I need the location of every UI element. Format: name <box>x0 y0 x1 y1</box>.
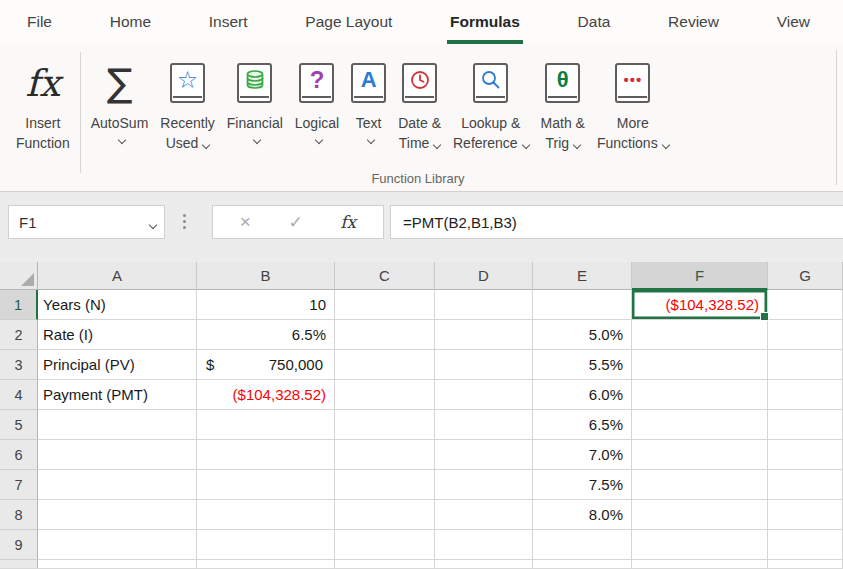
cell-D2[interactable] <box>435 320 533 350</box>
row-header-3[interactable]: 3 <box>0 350 38 380</box>
cell-C1[interactable] <box>335 290 435 320</box>
row-header-9[interactable]: 9 <box>0 530 38 560</box>
cell-E5[interactable]: 6.5% <box>533 410 632 440</box>
chevron-down-icon[interactable] <box>145 214 156 231</box>
cell-C5[interactable] <box>335 410 435 440</box>
cell-D7[interactable] <box>435 470 533 500</box>
cell-D1[interactable] <box>435 290 533 320</box>
cell-C6[interactable] <box>335 440 435 470</box>
cell-partial[interactable] <box>197 560 335 569</box>
cell-A4[interactable]: Payment (PMT) <box>38 380 197 410</box>
row-header-7[interactable]: 7 <box>0 470 38 500</box>
column-header-g[interactable]: G <box>768 262 843 290</box>
formula-input[interactable]: =PMT(B2,B1,B3) <box>390 205 843 239</box>
insert-function-fx-button[interactable]: fx <box>340 212 356 232</box>
insert-function-button[interactable]: fx Insert Function <box>10 52 76 153</box>
row-header-4[interactable]: 4 <box>0 380 38 410</box>
cell-D3[interactable] <box>435 350 533 380</box>
cell-A8[interactable] <box>38 500 197 530</box>
recently-used-button[interactable]: ☆ Recently Used <box>154 52 220 153</box>
row-header-1[interactable]: 1 <box>0 290 38 320</box>
cell-F2[interactable] <box>632 320 768 350</box>
cell-E4[interactable]: 6.0% <box>533 380 632 410</box>
cell-B3[interactable]: $750,000 <box>197 350 335 380</box>
cell-G8[interactable] <box>768 500 843 530</box>
cell-D9[interactable] <box>435 530 533 560</box>
cell-B5[interactable] <box>197 410 335 440</box>
cell-E3[interactable]: 5.5% <box>533 350 632 380</box>
cell-C7[interactable] <box>335 470 435 500</box>
cell-B4[interactable]: ($104,328.52) <box>197 380 335 410</box>
cell-F9[interactable] <box>632 530 768 560</box>
cell-C4[interactable] <box>335 380 435 410</box>
date-time-button[interactable]: Date & Time <box>392 52 447 153</box>
cell-F8[interactable] <box>632 500 768 530</box>
cell-F1[interactable]: ($104,328.52) <box>632 290 768 320</box>
tab-file[interactable]: File <box>24 0 55 44</box>
cell-G4[interactable] <box>768 380 843 410</box>
cell-B9[interactable] <box>197 530 335 560</box>
cell-B1[interactable]: 10 <box>197 290 335 320</box>
cell-G6[interactable] <box>768 440 843 470</box>
cell-B2[interactable]: 6.5% <box>197 320 335 350</box>
tab-review[interactable]: Review <box>665 0 722 44</box>
row-header-partial[interactable] <box>0 560 38 569</box>
row-header-2[interactable]: 2 <box>0 320 38 350</box>
text-button[interactable]: A Text <box>345 52 392 148</box>
tab-formulas[interactable]: Formulas <box>447 0 523 44</box>
cell-A6[interactable] <box>38 440 197 470</box>
cell-partial[interactable] <box>435 560 533 569</box>
tab-home[interactable]: Home <box>107 0 154 44</box>
row-header-6[interactable]: 6 <box>0 440 38 470</box>
more-functions-button[interactable]: ••• More Functions <box>591 52 675 153</box>
cell-F5[interactable] <box>632 410 768 440</box>
cell-A5[interactable] <box>38 410 197 440</box>
cell-A9[interactable] <box>38 530 197 560</box>
column-header-a[interactable]: A <box>38 262 197 290</box>
cell-partial[interactable] <box>533 560 632 569</box>
cell-partial[interactable] <box>768 560 843 569</box>
cell-E9[interactable] <box>533 530 632 560</box>
name-box[interactable]: F1 <box>8 205 165 239</box>
cell-B8[interactable] <box>197 500 335 530</box>
enter-button[interactable]: ✓ <box>288 212 302 233</box>
row-header-5[interactable]: 5 <box>0 410 38 440</box>
column-header-e[interactable]: E <box>533 262 632 290</box>
cell-F4[interactable] <box>632 380 768 410</box>
cell-F3[interactable] <box>632 350 768 380</box>
cell-E6[interactable]: 7.0% <box>533 440 632 470</box>
autosum-button[interactable]: ∑ AutoSum <box>85 52 155 148</box>
cell-F6[interactable] <box>632 440 768 470</box>
cell-E8[interactable]: 8.0% <box>533 500 632 530</box>
cancel-button[interactable]: × <box>240 211 251 233</box>
cell-A1[interactable]: Years (N) <box>38 290 197 320</box>
tab-page-layout[interactable]: Page Layout <box>302 0 395 44</box>
math-trig-button[interactable]: θ Math & Trig <box>535 52 591 153</box>
cell-D4[interactable] <box>435 380 533 410</box>
cell-F7[interactable] <box>632 470 768 500</box>
column-header-d[interactable]: D <box>435 262 533 290</box>
tab-view[interactable]: View <box>774 0 813 44</box>
cell-C2[interactable] <box>335 320 435 350</box>
cell-partial[interactable] <box>38 560 197 569</box>
logical-button[interactable]: ? Logical <box>289 52 345 148</box>
cell-G3[interactable] <box>768 350 843 380</box>
cell-C3[interactable] <box>335 350 435 380</box>
select-all-button[interactable] <box>0 262 38 290</box>
cell-G5[interactable] <box>768 410 843 440</box>
cell-G7[interactable] <box>768 470 843 500</box>
row-header-8[interactable]: 8 <box>0 500 38 530</box>
cell-G2[interactable] <box>768 320 843 350</box>
lookup-reference-button[interactable]: Lookup & Reference <box>447 52 535 153</box>
column-header-c[interactable]: C <box>335 262 435 290</box>
financial-button[interactable]: Financial <box>221 52 289 148</box>
cell-G9[interactable] <box>768 530 843 560</box>
cell-E7[interactable]: 7.5% <box>533 470 632 500</box>
cell-D5[interactable] <box>435 410 533 440</box>
cell-G1[interactable] <box>768 290 843 320</box>
cell-B7[interactable] <box>197 470 335 500</box>
cell-B6[interactable] <box>197 440 335 470</box>
cell-A7[interactable] <box>38 470 197 500</box>
tab-data[interactable]: Data <box>575 0 614 44</box>
column-header-b[interactable]: B <box>197 262 335 290</box>
